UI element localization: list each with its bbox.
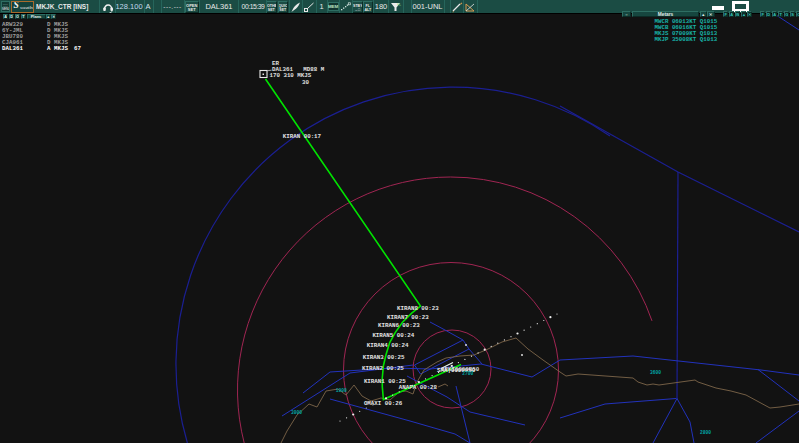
svg-text:KIRAN3 00:25: KIRAN3 00:25 bbox=[363, 354, 405, 361]
svg-text:KIRAN8 00:23: KIRAN8 00:23 bbox=[397, 305, 439, 312]
svg-text:KIRAN4 00:24: KIRAN4 00:24 bbox=[367, 342, 409, 349]
svg-text:3000: 3000 bbox=[291, 410, 302, 415]
svg-text:67: 67 bbox=[74, 45, 81, 52]
svg-text:OMAXI 00:26: OMAXI 00:26 bbox=[364, 400, 403, 407]
svg-text:FL: FL bbox=[397, 3, 401, 7]
svg-text:KIRAN 00:17: KIRAN 00:17 bbox=[283, 133, 322, 140]
svg-text:MKJS: MKJS bbox=[54, 45, 68, 52]
svg-text:KIRAN6 00:23: KIRAN6 00:23 bbox=[378, 322, 420, 329]
svg-text:KIRAN2 00:25: KIRAN2 00:25 bbox=[362, 365, 404, 372]
svg-text:DAL361: DAL361 bbox=[2, 45, 23, 52]
svg-text:ANAPA 00:28: ANAPA 00:28 bbox=[399, 384, 438, 391]
svg-text:A: A bbox=[47, 45, 51, 52]
svg-text:2700: 2700 bbox=[462, 371, 473, 376]
svg-text:3600: 3600 bbox=[650, 370, 661, 375]
svg-text:MKJP 35008KT Q1013: MKJP 35008KT Q1013 bbox=[655, 36, 718, 43]
svg-text:KIRAN7 00:23: KIRAN7 00:23 bbox=[387, 314, 429, 321]
svg-text:KIRAN5 00:24: KIRAN5 00:24 bbox=[372, 332, 414, 339]
svg-text:1BKI0000B50: 1BKI0000B50 bbox=[441, 366, 480, 373]
svg-text:2800: 2800 bbox=[700, 430, 711, 435]
svg-text:30: 30 bbox=[302, 79, 309, 86]
svg-text:1900: 1900 bbox=[336, 388, 347, 393]
